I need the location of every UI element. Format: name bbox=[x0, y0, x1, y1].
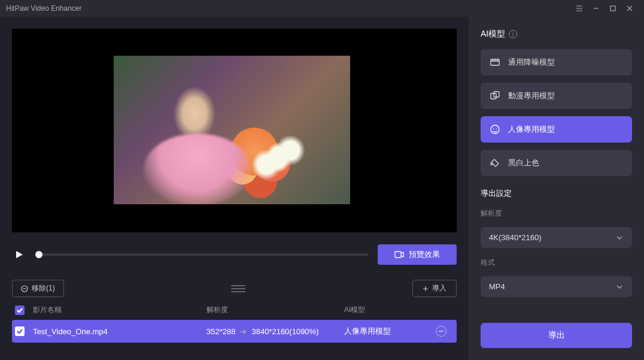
paint-icon bbox=[489, 157, 501, 169]
row-resolution: 352*288 ➔ 3840*2160(1090%) bbox=[206, 327, 344, 336]
export-settings-label: 導出設定 bbox=[481, 188, 632, 199]
row-checkbox[interactable] bbox=[15, 326, 25, 336]
format-label: 格式 bbox=[481, 258, 632, 268]
hamburger-icon[interactable] bbox=[571, 0, 588, 17]
app-title: HitPaw Video Enhancer bbox=[6, 4, 571, 13]
export-button[interactable]: 導出 bbox=[481, 323, 632, 348]
chevron-down-icon bbox=[615, 234, 624, 242]
remove-button[interactable]: 移除(1) bbox=[12, 280, 64, 297]
list-menu-icon[interactable] bbox=[231, 282, 245, 296]
row-remove-button[interactable] bbox=[436, 326, 446, 337]
resolution-label: 解析度 bbox=[481, 208, 632, 219]
maximize-button[interactable] bbox=[604, 0, 621, 17]
svg-rect-0 bbox=[610, 6, 615, 11]
video-thumbnail bbox=[114, 56, 350, 204]
svg-point-8 bbox=[496, 128, 497, 129]
info-icon[interactable]: i bbox=[509, 30, 517, 38]
row-model: 人像專用模型 bbox=[344, 326, 436, 337]
model-colorize[interactable]: 黑白上色 bbox=[481, 150, 632, 176]
chevron-down-icon bbox=[615, 283, 624, 291]
col-model-header: AI模型 bbox=[344, 305, 436, 315]
svg-point-7 bbox=[493, 128, 494, 129]
resolution-select[interactable]: 4K(3840*2160) bbox=[481, 227, 632, 248]
preview-effect-button[interactable]: 預覽效果 bbox=[378, 244, 457, 265]
plus-icon bbox=[423, 286, 429, 292]
model-general-denoise[interactable]: 通用降噪模型 bbox=[481, 49, 632, 75]
face-icon bbox=[489, 123, 501, 135]
list-header: 影片名稱 解析度 AI模型 bbox=[12, 300, 457, 320]
arrow-right-icon: ➔ bbox=[240, 327, 247, 336]
select-all-checkbox[interactable] bbox=[15, 305, 25, 315]
import-button[interactable]: 導入 bbox=[412, 280, 457, 297]
minimize-button[interactable] bbox=[588, 0, 604, 17]
camera-icon bbox=[394, 250, 404, 259]
ai-models-title: AI模型 i bbox=[481, 29, 632, 40]
film-icon bbox=[489, 56, 501, 68]
progress-bar[interactable] bbox=[35, 253, 369, 256]
col-resolution-header: 解析度 bbox=[206, 305, 344, 315]
list-row[interactable]: Test_Video_One.mp4 352*288 ➔ 3840*2160(1… bbox=[12, 320, 457, 343]
model-anime[interactable]: 動漫專用模型 bbox=[481, 83, 632, 109]
video-preview bbox=[12, 29, 457, 232]
col-name-header: 影片名稱 bbox=[33, 305, 206, 315]
close-button[interactable] bbox=[621, 0, 638, 17]
row-filename: Test_Video_One.mp4 bbox=[33, 327, 206, 336]
format-select[interactable]: MP4 bbox=[481, 276, 632, 297]
overlap-icon bbox=[489, 90, 501, 102]
model-portrait[interactable]: 人像專用模型 bbox=[481, 116, 632, 143]
progress-knob[interactable] bbox=[35, 251, 42, 258]
svg-rect-1 bbox=[395, 252, 401, 258]
title-bar: HitPaw Video Enhancer bbox=[0, 0, 644, 17]
play-button[interactable] bbox=[12, 247, 26, 262]
minus-circle-icon bbox=[21, 285, 28, 292]
